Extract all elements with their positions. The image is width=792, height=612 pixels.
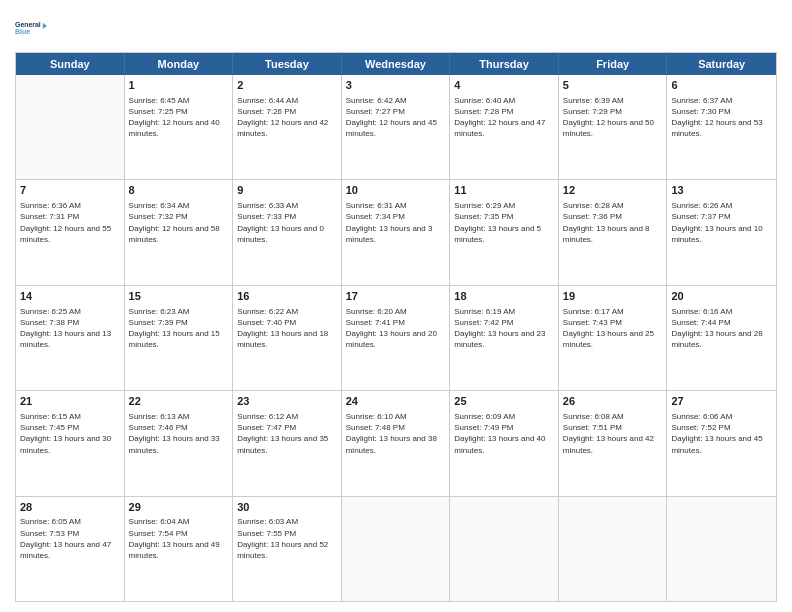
cell-info: Sunrise: 6:42 AMSunset: 7:27 PMDaylight:… [346,95,446,140]
cal-cell-3-2: 23Sunrise: 6:12 AMSunset: 7:47 PMDayligh… [233,391,342,495]
cell-info: Sunrise: 6:31 AMSunset: 7:34 PMDaylight:… [346,200,446,245]
day-number: 5 [563,78,663,93]
cell-info: Sunrise: 6:40 AMSunset: 7:28 PMDaylight:… [454,95,554,140]
cal-cell-0-5: 5Sunrise: 6:39 AMSunset: 7:29 PMDaylight… [559,75,668,179]
day-number: 28 [20,500,120,515]
page: General Blue SundayMondayTuesdayWednesda… [0,0,792,612]
header-sunday: Sunday [16,53,125,75]
cell-info: Sunrise: 6:19 AMSunset: 7:42 PMDaylight:… [454,306,554,351]
day-number: 4 [454,78,554,93]
cal-cell-1-4: 11Sunrise: 6:29 AMSunset: 7:35 PMDayligh… [450,180,559,284]
calendar: SundayMondayTuesdayWednesdayThursdayFrid… [15,52,777,602]
day-number: 14 [20,289,120,304]
cell-info: Sunrise: 6:22 AMSunset: 7:40 PMDaylight:… [237,306,337,351]
week-row-3: 14Sunrise: 6:25 AMSunset: 7:38 PMDayligh… [16,286,776,391]
week-row-2: 7Sunrise: 6:36 AMSunset: 7:31 PMDaylight… [16,180,776,285]
cal-cell-1-1: 8Sunrise: 6:34 AMSunset: 7:32 PMDaylight… [125,180,234,284]
day-number: 25 [454,394,554,409]
day-number: 21 [20,394,120,409]
day-number: 7 [20,183,120,198]
cell-info: Sunrise: 6:04 AMSunset: 7:54 PMDaylight:… [129,516,229,561]
cell-info: Sunrise: 6:06 AMSunset: 7:52 PMDaylight:… [671,411,772,456]
calendar-body: 1Sunrise: 6:45 AMSunset: 7:25 PMDaylight… [16,75,776,601]
cal-cell-1-5: 12Sunrise: 6:28 AMSunset: 7:36 PMDayligh… [559,180,668,284]
cal-cell-3-4: 25Sunrise: 6:09 AMSunset: 7:49 PMDayligh… [450,391,559,495]
day-number: 17 [346,289,446,304]
day-number: 3 [346,78,446,93]
cell-info: Sunrise: 6:36 AMSunset: 7:31 PMDaylight:… [20,200,120,245]
week-row-5: 28Sunrise: 6:05 AMSunset: 7:53 PMDayligh… [16,497,776,601]
cell-info: Sunrise: 6:26 AMSunset: 7:37 PMDaylight:… [671,200,772,245]
cal-cell-3-3: 24Sunrise: 6:10 AMSunset: 7:48 PMDayligh… [342,391,451,495]
cal-cell-4-3 [342,497,451,601]
cal-cell-4-5 [559,497,668,601]
day-number: 9 [237,183,337,198]
cell-info: Sunrise: 6:03 AMSunset: 7:55 PMDaylight:… [237,516,337,561]
header: General Blue [15,10,777,46]
week-row-1: 1Sunrise: 6:45 AMSunset: 7:25 PMDaylight… [16,75,776,180]
day-number: 27 [671,394,772,409]
cell-info: Sunrise: 6:33 AMSunset: 7:33 PMDaylight:… [237,200,337,245]
cell-info: Sunrise: 6:09 AMSunset: 7:49 PMDaylight:… [454,411,554,456]
day-number: 2 [237,78,337,93]
day-number: 15 [129,289,229,304]
cal-cell-0-3: 3Sunrise: 6:42 AMSunset: 7:27 PMDaylight… [342,75,451,179]
cal-cell-0-2: 2Sunrise: 6:44 AMSunset: 7:26 PMDaylight… [233,75,342,179]
cal-cell-2-1: 15Sunrise: 6:23 AMSunset: 7:39 PMDayligh… [125,286,234,390]
svg-text:Blue: Blue [15,28,30,35]
cell-info: Sunrise: 6:15 AMSunset: 7:45 PMDaylight:… [20,411,120,456]
cal-cell-1-6: 13Sunrise: 6:26 AMSunset: 7:37 PMDayligh… [667,180,776,284]
day-number: 18 [454,289,554,304]
day-number: 30 [237,500,337,515]
cell-info: Sunrise: 6:17 AMSunset: 7:43 PMDaylight:… [563,306,663,351]
header-tuesday: Tuesday [233,53,342,75]
cal-cell-1-2: 9Sunrise: 6:33 AMSunset: 7:33 PMDaylight… [233,180,342,284]
svg-marker-2 [43,23,47,29]
cell-info: Sunrise: 6:45 AMSunset: 7:25 PMDaylight:… [129,95,229,140]
cal-cell-2-6: 20Sunrise: 6:16 AMSunset: 7:44 PMDayligh… [667,286,776,390]
day-number: 22 [129,394,229,409]
cell-info: Sunrise: 6:16 AMSunset: 7:44 PMDaylight:… [671,306,772,351]
cal-cell-2-3: 17Sunrise: 6:20 AMSunset: 7:41 PMDayligh… [342,286,451,390]
day-number: 1 [129,78,229,93]
cal-cell-3-6: 27Sunrise: 6:06 AMSunset: 7:52 PMDayligh… [667,391,776,495]
logo: General Blue [15,10,47,46]
cal-cell-2-5: 19Sunrise: 6:17 AMSunset: 7:43 PMDayligh… [559,286,668,390]
cal-cell-3-0: 21Sunrise: 6:15 AMSunset: 7:45 PMDayligh… [16,391,125,495]
day-number: 20 [671,289,772,304]
logo-svg: General Blue [15,10,47,46]
cal-cell-0-6: 6Sunrise: 6:37 AMSunset: 7:30 PMDaylight… [667,75,776,179]
cell-info: Sunrise: 6:37 AMSunset: 7:30 PMDaylight:… [671,95,772,140]
calendar-header-row: SundayMondayTuesdayWednesdayThursdayFrid… [16,53,776,75]
cell-info: Sunrise: 6:05 AMSunset: 7:53 PMDaylight:… [20,516,120,561]
cell-info: Sunrise: 6:25 AMSunset: 7:38 PMDaylight:… [20,306,120,351]
cal-cell-4-4 [450,497,559,601]
cal-cell-4-1: 29Sunrise: 6:04 AMSunset: 7:54 PMDayligh… [125,497,234,601]
cell-info: Sunrise: 6:08 AMSunset: 7:51 PMDaylight:… [563,411,663,456]
header-saturday: Saturday [667,53,776,75]
cal-cell-1-3: 10Sunrise: 6:31 AMSunset: 7:34 PMDayligh… [342,180,451,284]
day-number: 23 [237,394,337,409]
cal-cell-1-0: 7Sunrise: 6:36 AMSunset: 7:31 PMDaylight… [16,180,125,284]
header-thursday: Thursday [450,53,559,75]
day-number: 16 [237,289,337,304]
cal-cell-2-2: 16Sunrise: 6:22 AMSunset: 7:40 PMDayligh… [233,286,342,390]
cell-info: Sunrise: 6:28 AMSunset: 7:36 PMDaylight:… [563,200,663,245]
week-row-4: 21Sunrise: 6:15 AMSunset: 7:45 PMDayligh… [16,391,776,496]
day-number: 26 [563,394,663,409]
header-monday: Monday [125,53,234,75]
cal-cell-0-1: 1Sunrise: 6:45 AMSunset: 7:25 PMDaylight… [125,75,234,179]
day-number: 24 [346,394,446,409]
cell-info: Sunrise: 6:10 AMSunset: 7:48 PMDaylight:… [346,411,446,456]
day-number: 10 [346,183,446,198]
cal-cell-3-1: 22Sunrise: 6:13 AMSunset: 7:46 PMDayligh… [125,391,234,495]
cal-cell-3-5: 26Sunrise: 6:08 AMSunset: 7:51 PMDayligh… [559,391,668,495]
day-number: 29 [129,500,229,515]
cell-info: Sunrise: 6:39 AMSunset: 7:29 PMDaylight:… [563,95,663,140]
cell-info: Sunrise: 6:23 AMSunset: 7:39 PMDaylight:… [129,306,229,351]
svg-text:General: General [15,21,41,28]
header-wednesday: Wednesday [342,53,451,75]
cal-cell-2-4: 18Sunrise: 6:19 AMSunset: 7:42 PMDayligh… [450,286,559,390]
day-number: 13 [671,183,772,198]
day-number: 12 [563,183,663,198]
